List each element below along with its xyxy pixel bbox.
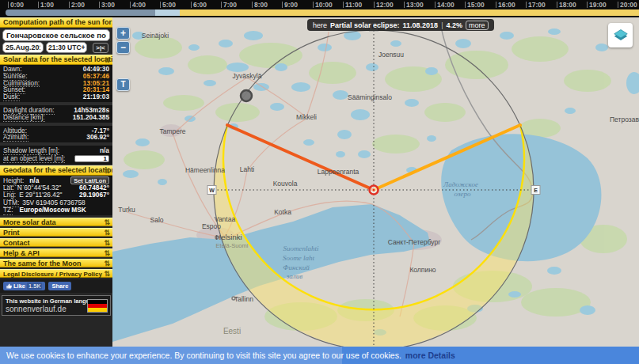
city-label: Hämeenlinna [185, 166, 225, 174]
sun-position-dot[interactable] [241, 90, 252, 101]
divider [0, 102, 112, 105]
tick [465, 2, 466, 8]
layers-control[interactable] [608, 23, 633, 47]
time-input[interactable] [46, 42, 87, 53]
lake-label: озеро [455, 190, 471, 198]
object-level-input[interactable] [74, 155, 109, 162]
night-segment [6, 9, 155, 16]
timeline-hour[interactable]: 15:00 [465, 1, 485, 9]
timeline-hour[interactable]: 11:00 [343, 1, 362, 9]
cookie-more-details-link[interactable]: more Details [405, 351, 455, 360]
region-label: Eesti [223, 327, 241, 336]
timeline-hour[interactable]: 18:00 [557, 1, 576, 9]
tick [496, 2, 496, 8]
tz-label[interactable]: TZ: [3, 207, 13, 215]
expand-icon: ⇅ [104, 249, 110, 258]
timeline-hour[interactable]: 6:00 [191, 1, 207, 9]
german-flag-icon[interactable] [87, 299, 108, 313]
tick [282, 2, 283, 8]
date-input[interactable] [2, 42, 44, 53]
tick [374, 2, 375, 8]
timeline-hour[interactable]: 12:00 [374, 1, 394, 9]
eclipse-here-link[interactable]: here [313, 21, 327, 29]
expand-icon: ⇅ [104, 218, 110, 227]
timeline-hour[interactable]: 19:00 [587, 1, 607, 9]
app-screen: 0:00 1:00 2:00 3:00 4:00 5:00 6:00 7:00 … [0, 0, 639, 364]
expand-icon: ⇅ [104, 229, 110, 237]
location-marker[interactable] [370, 186, 378, 195]
timeline-hour[interactable]: 5:00 [160, 1, 176, 9]
timeline-hour[interactable]: 2:00 [69, 1, 85, 9]
accordion-legal[interactable]: Legal Disclosure / Privacy Policy⇅ [0, 269, 112, 278]
accordion-contact[interactable]: Contact⇅ [0, 238, 112, 247]
dusk-label[interactable]: Dusk: [3, 93, 20, 101]
dusk-value: 21:19:03 [83, 93, 109, 100]
divider [0, 142, 112, 146]
time-slider[interactable]: 0:00 1:00 2:00 3:00 4:00 5:00 6:00 7:00 … [0, 0, 639, 17]
timeline-hour[interactable]: 17:00 [526, 1, 546, 9]
accordion-moon[interactable]: The same for the Moon⇅ [0, 259, 112, 267]
eclipse-text: Partial solar eclipse: [330, 21, 400, 29]
tz-row: TZ: Europe/Moscow MSK [3, 207, 109, 214]
tick [587, 2, 588, 8]
timeline-hour[interactable]: 3:00 [99, 1, 115, 9]
like-count: 1.5K [27, 282, 42, 290]
expand-icon: ⇅ [104, 270, 110, 279]
zoom-in-button[interactable]: + [116, 27, 130, 40]
timeline-hour[interactable]: 20:00 [618, 1, 637, 9]
timeline-hour[interactable]: 13:00 [404, 1, 424, 9]
expand-icon: ⇅ [104, 260, 110, 268]
city-label: Петрозаводск [610, 116, 639, 123]
city-label: Sääminginsalo [348, 93, 392, 101]
zoom-out-button[interactable]: − [116, 41, 130, 54]
thumbs-up-icon [6, 283, 12, 289]
language-switch[interactable]: This website in German language sonnenve… [2, 295, 111, 316]
accordion-help-api[interactable]: Help & API⇅ [0, 248, 112, 257]
timeline-hour[interactable]: 1:00 [38, 1, 54, 9]
tick [435, 2, 436, 8]
collapse-panel-button[interactable]: >|< [93, 43, 108, 53]
accordion-print[interactable]: Print⇅ [0, 228, 112, 237]
facebook-share-button[interactable]: Share [48, 282, 71, 290]
azimuth-label[interactable]: Azimuth: [3, 134, 29, 142]
timeline-hour[interactable]: 0:00 [8, 1, 24, 9]
tick [557, 2, 557, 8]
daylight-bar[interactable] [6, 9, 639, 16]
timeline-hour[interactable]: 9:00 [282, 1, 298, 9]
city-label: Kotka [274, 208, 291, 216]
eclipse-percent: 4.2% [446, 21, 462, 29]
tick [343, 2, 344, 8]
shadow-length-value: n/a [100, 147, 109, 154]
city-label: Санкт-Петербург [388, 238, 441, 246]
object-level-label[interactable]: at an object level [m]: [3, 154, 65, 163]
location-input[interactable] [2, 29, 110, 41]
tick [69, 2, 70, 8]
sea-label: Soome laht [283, 254, 315, 262]
map-canvas[interactable]: N W E Seinäjoki Joensuu Jyväskylä Säämin… [112, 17, 639, 347]
expand-icon: ⇅ [104, 239, 110, 248]
city-label: Tampere [159, 127, 185, 135]
geodata-header[interactable]: Geodata for the selected location⇅ [0, 165, 112, 176]
object-level-row: at an object level [m]: [3, 154, 109, 163]
sea-label: залив [286, 272, 302, 280]
facebook-like-button[interactable]: Like 1.5K [3, 282, 45, 290]
city-label: Mikkeli [296, 113, 317, 121]
timeline-hour[interactable]: 8:00 [252, 1, 268, 9]
timeline-hour[interactable]: 4:00 [130, 1, 146, 9]
azimuth-value: 306.92° [86, 134, 109, 141]
timeline-hour[interactable]: 16:00 [496, 1, 515, 9]
solar-data-header[interactable]: Solar data for the selected location⇅ [0, 55, 112, 65]
solar-row-distance: Distance [km]:151.204.385 [3, 114, 109, 121]
cookie-banner: We use cookies to enhance your experienc… [0, 347, 639, 364]
tick [191, 2, 192, 8]
timeline-hour[interactable]: 10:00 [313, 1, 333, 9]
sidebar: Computation path of the sun for: >|< Sol… [0, 17, 112, 347]
timeline-hour[interactable]: 14:00 [435, 1, 455, 9]
timeline-hour[interactable]: 7:00 [221, 1, 237, 9]
map-svg: N W E Seinäjoki Joensuu Jyväskylä Säämin… [112, 17, 639, 347]
compass-w: W [209, 188, 215, 193]
eclipse-more-button[interactable]: more [466, 21, 489, 30]
terrain-button[interactable]: T [116, 78, 130, 91]
accordion-more-solar-data[interactable]: More solar data⇅ [0, 218, 112, 226]
distance-label[interactable]: Distance [km]: [3, 114, 45, 122]
